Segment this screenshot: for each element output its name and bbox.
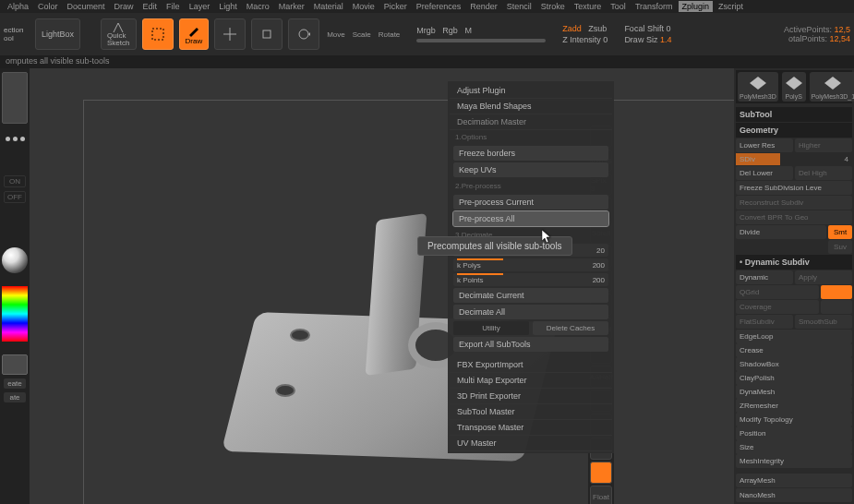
ate-button[interactable]: ate [4, 392, 26, 402]
lower-res-button[interactable]: Lower Res [736, 138, 793, 152]
reconstruct-subdiv-button[interactable]: Reconstruct Subdiv [736, 196, 852, 210]
menu-render[interactable]: Render [466, 1, 501, 12]
dynamic-button[interactable]: Dynamic [736, 270, 793, 284]
smt-toggle[interactable]: Smt [828, 225, 852, 239]
mrgb-toggle[interactable]: Mrgb [416, 26, 436, 35]
brush-preview[interactable] [6, 127, 25, 150]
tool-thumb-2[interactable]: PolyMesh3D_1 [810, 72, 854, 102]
plugin-subtool-master[interactable]: SubTool Master [450, 404, 612, 420]
panel-meshintegrity[interactable]: MeshIntegrity [736, 454, 852, 468]
menu-draw[interactable]: Draw [111, 1, 138, 12]
plugin-uv-master[interactable]: UV Master [450, 436, 612, 451]
del-lower-button[interactable]: Del Lower [736, 166, 793, 180]
qgrid-button[interactable]: QGrid [736, 285, 819, 299]
flatsubdiv-button[interactable]: FlatSubdiv [736, 315, 793, 329]
apply-button[interactable]: Apply [795, 270, 852, 284]
panel-edgeloop[interactable]: EdgeLoop [736, 330, 852, 343]
rgb-intensity-slider[interactable] [416, 39, 546, 42]
edit-mode-button[interactable] [142, 18, 174, 50]
kpolys-slider[interactable]: k Polys200 [453, 258, 608, 271]
create-button[interactable]: eate [4, 378, 26, 389]
kpoints-slider[interactable]: k Points200 [453, 273, 608, 286]
material-sphere[interactable] [2, 247, 28, 273]
subtool-header[interactable]: SubTool [736, 107, 852, 122]
adjust-plugin-item[interactable]: Adjust Plugin [450, 83, 612, 99]
m-toggle[interactable]: M [464, 26, 472, 35]
coverage-value[interactable] [821, 300, 852, 314]
menu-color[interactable]: Color [34, 1, 62, 12]
divide-button[interactable]: Divide [736, 225, 826, 239]
menu-marker[interactable]: Marker [275, 1, 308, 12]
panel-size[interactable]: Size [736, 440, 852, 454]
freeze-subdiv-button[interactable]: Freeze SubDivision Leve [736, 181, 852, 195]
plugin-transpose-master[interactable]: Transpose Master [450, 420, 612, 436]
menu-macro[interactable]: Macro [243, 1, 273, 12]
decimation-master-item[interactable]: Decimation Master [450, 114, 612, 130]
gradient-swatch[interactable] [2, 354, 28, 375]
geometry-header[interactable]: Geometry [736, 123, 852, 138]
menu-zscript[interactable]: Zscript [715, 1, 747, 12]
scale-mode-button[interactable] [251, 18, 283, 50]
sdiv-slider[interactable]: SDiv4 [736, 153, 852, 165]
menu-stroke[interactable]: Stroke [537, 1, 569, 12]
viewport-icon-14[interactable] [590, 462, 612, 484]
preprocess-current-button[interactable]: Pre-process Current [453, 195, 608, 210]
arraymesh-header[interactable]: ArrayMesh [736, 474, 852, 487]
higher-res-button[interactable]: Higher [795, 138, 852, 152]
rotate-mode-button[interactable] [288, 18, 319, 50]
menu-preferences[interactable]: Preferences [413, 1, 465, 12]
off-toggle[interactable]: OFF [4, 191, 26, 203]
panel-zremesher[interactable]: ZRemesher [736, 399, 852, 413]
menu-texture[interactable]: Texture [571, 1, 606, 12]
convert-bpr-button[interactable]: Convert BPR To Geo [736, 210, 852, 224]
menu-transform[interactable]: Transform [631, 1, 677, 12]
panel-crease[interactable]: Crease [736, 343, 852, 357]
panel-claypolish[interactable]: ClayPolish [736, 371, 852, 385]
plugin-3d-print-exporter[interactable]: 3D Print Exporter [450, 389, 612, 404]
zadd-toggle[interactable]: Zadd [562, 24, 582, 33]
zsub-toggle[interactable]: Zsub [588, 24, 607, 33]
menu-movie[interactable]: Movie [349, 1, 379, 12]
draw-mode-button[interactable]: Draw [179, 18, 210, 50]
viewport-icon-15[interactable]: Float [590, 486, 612, 504]
menu-file[interactable]: File [162, 1, 184, 12]
menu-light[interactable]: Light [215, 1, 241, 12]
tool-thumbnail[interactable] [2, 72, 28, 124]
menu-alpha[interactable]: Alpha [4, 1, 32, 12]
suv-toggle[interactable]: Suv [828, 240, 852, 254]
export-all-subtools-button[interactable]: Export All SubTools [453, 337, 608, 352]
qgrid-value[interactable] [821, 285, 852, 299]
menu-material[interactable]: Material [310, 1, 347, 12]
plugin-multi-map-exporter[interactable]: Multi Map Exporter [450, 373, 612, 389]
keep-uvs-button[interactable]: Keep UVs [453, 162, 608, 177]
viewport[interactable]: Precomputes all visible sub-tools Adjust… [30, 68, 734, 504]
menu-edit[interactable]: Edit [139, 1, 162, 12]
freeze-borders-button[interactable]: Freeze borders [453, 146, 608, 161]
panel-position[interactable]: Position [736, 426, 852, 440]
menu-picker[interactable]: Picker [380, 1, 411, 12]
quicksketch-button[interactable]: Quick Sketch [101, 18, 136, 50]
panel-shadowbox[interactable]: ShadowBox [736, 357, 852, 371]
move-mode-button[interactable] [214, 18, 246, 50]
menu-zplugin[interactable]: Zplugin [679, 1, 714, 12]
menu-stencil[interactable]: Stencil [503, 1, 535, 12]
panel-dynamesh[interactable]: DynaMesh [736, 385, 852, 399]
nanomesh-header[interactable]: NanoMesh [736, 488, 852, 502]
del-higher-button[interactable]: Del High [795, 166, 852, 180]
rgb-toggle[interactable]: Rgb [442, 26, 458, 35]
on-toggle[interactable]: ON [4, 175, 26, 187]
delete-caches-button[interactable]: Delete Caches [533, 321, 608, 335]
smoothsub-button[interactable]: SmoothSub [795, 315, 852, 329]
maya-blend-item[interactable]: Maya Blend Shapes [450, 99, 612, 114]
menu-document[interactable]: Document [64, 1, 109, 12]
decimate-current-button[interactable]: Decimate Current [453, 288, 608, 303]
tool-thumb-1[interactable]: PolyS [782, 72, 806, 102]
panel-modify-topology[interactable]: Modify Topology [736, 413, 852, 426]
menu-layer[interactable]: Layer [186, 1, 214, 12]
plugin-fbx-exportimport[interactable]: FBX ExportImport [450, 357, 612, 373]
decimate-all-button[interactable]: Decimate All [453, 305, 608, 319]
preprocess-all-button[interactable]: Pre-process All [453, 211, 608, 226]
color-picker[interactable] [2, 286, 28, 342]
coverage-button[interactable]: Coverage [736, 300, 819, 314]
tool-thumb-0[interactable]: PolyMesh3D [738, 72, 778, 102]
